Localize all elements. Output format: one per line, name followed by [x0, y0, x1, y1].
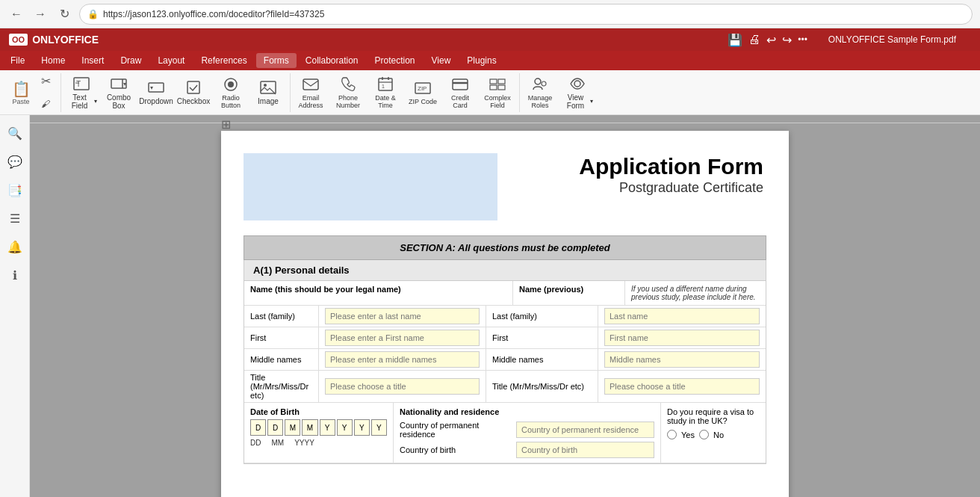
- app-logo: OO ONLYOFFICE: [9, 34, 99, 46]
- dob-y2: Y: [337, 419, 353, 436]
- country-permanent-row: Country of permanent residence: [400, 421, 654, 439]
- dob-y4: Y: [371, 419, 387, 436]
- first-label: First: [244, 327, 319, 348]
- sidebar-bell-icon[interactable]: 🔔: [3, 235, 27, 259]
- dob-y3: Y: [354, 419, 370, 436]
- more-button[interactable]: •••: [798, 34, 807, 45]
- dob-section: Date of Birth D D M M Y Y Y Y DD: [244, 403, 394, 463]
- cut-button[interactable]: ✂: [35, 71, 56, 92]
- menu-draw[interactable]: Draw: [113, 53, 149, 68]
- sidebar-search-icon[interactable]: 🔍: [3, 121, 27, 145]
- complex-field-button[interactable]: Complex Field: [480, 73, 515, 112]
- country-birth-input[interactable]: [516, 442, 654, 458]
- svg-point-12: [264, 84, 267, 87]
- toolbar: 📋 Paste ✂ 🖌 T Text Field▾ ▾ Combo Box ▾ …: [0, 70, 980, 115]
- visa-yes-radio[interactable]: [667, 430, 677, 439]
- forward-button[interactable]: →: [31, 5, 49, 23]
- dob-dd: DD: [250, 439, 261, 447]
- redo-button[interactable]: ↪: [782, 33, 792, 47]
- last-family-label: Last (family): [244, 306, 319, 327]
- print-button[interactable]: 🖨: [748, 33, 760, 46]
- first-name-prev-input[interactable]: [604, 330, 760, 346]
- menu-references[interactable]: References: [193, 53, 254, 68]
- radio-button-button[interactable]: Radio Button: [214, 73, 248, 112]
- document-page: ⊞ Application Form Postgraduate Certific…: [221, 131, 789, 497]
- combo-box-button[interactable]: ▾ Combo Box: [102, 73, 136, 112]
- logo-mark: OO: [9, 34, 28, 46]
- manage-roles-button[interactable]: Manage Roles: [523, 73, 557, 112]
- manage-roles-label: Manage Roles: [524, 94, 556, 109]
- paste-button[interactable]: 📋 Paste: [7, 73, 34, 112]
- svg-text:T: T: [76, 80, 81, 88]
- date-time-label: Date & Time: [370, 94, 401, 109]
- menu-plugins[interactable]: Plugins: [459, 53, 503, 68]
- view-form-label: View Form: [562, 93, 589, 110]
- reload-button[interactable]: ↻: [55, 5, 73, 23]
- menu-protection[interactable]: Protection: [368, 53, 423, 68]
- menu-insert[interactable]: Insert: [74, 53, 111, 68]
- app-titlebar: OO ONLYOFFICE 💾 🖨 ↩ ↪ ••• ONLYOFFICE Sam…: [0, 28, 980, 51]
- last-family-prev-label: Last (family): [486, 306, 598, 327]
- url-bar[interactable]: 🔒 https://jason123.onlyoffice.com/docedi…: [79, 4, 973, 25]
- text-field-button[interactable]: T Text Field▾: [64, 73, 99, 112]
- previous-name-header: Name (previous): [513, 281, 625, 305]
- phone-number-button[interactable]: Phone Number: [331, 73, 365, 112]
- visa-no-radio[interactable]: [699, 430, 709, 439]
- form-fields-group: T Text Field▾ ▾ Combo Box ▾ Dropdown Che…: [61, 73, 288, 112]
- copy-style-button[interactable]: 🖌: [35, 93, 56, 114]
- doc-area[interactable]: ⊞ Application Form Postgraduate Certific…: [30, 115, 980, 497]
- email-address-button[interactable]: Email Address: [294, 73, 328, 112]
- sidebar-list-icon[interactable]: ☰: [3, 206, 27, 230]
- menu-view[interactable]: View: [424, 53, 459, 68]
- zip-code-button[interactable]: ZIP ZIP Code: [406, 73, 440, 112]
- image-button[interactable]: Image: [251, 73, 285, 112]
- view-form-button[interactable]: View Form▾: [560, 73, 595, 112]
- sidebar-nav-icon[interactable]: 📑: [3, 178, 27, 202]
- middle-name-input[interactable]: [325, 351, 480, 368]
- app-title: ONLYOFFICE Sample Form.pdf: [828, 34, 956, 45]
- last-name-input[interactable]: [325, 308, 480, 324]
- menu-collaboration[interactable]: Collaboration: [298, 53, 366, 68]
- menu-layout[interactable]: Layout: [150, 53, 192, 68]
- svg-text:▾: ▾: [150, 84, 153, 91]
- menu-file[interactable]: File: [3, 53, 32, 68]
- menu-forms[interactable]: Forms: [256, 53, 297, 68]
- dob-m2: M: [302, 419, 317, 436]
- dropdown-button[interactable]: ▾ Dropdown: [139, 73, 173, 112]
- clipboard-group: 📋 Paste ✂ 🖌: [4, 71, 59, 114]
- sidebar-info-icon[interactable]: ℹ: [3, 263, 27, 287]
- form-title: Application Form: [497, 153, 763, 180]
- title-input[interactable]: [325, 378, 480, 395]
- save-button[interactable]: 💾: [728, 33, 742, 47]
- middle-names-prev-label: Middle names: [486, 349, 598, 370]
- date-time-button[interactable]: 1 Date & Time: [368, 73, 403, 112]
- title-label: Title (Mr/Mrs/Miss/Dr etc): [244, 371, 319, 402]
- dropdown-label: Dropdown: [139, 97, 173, 105]
- dob-d2: D: [267, 419, 283, 436]
- svg-text:ZIP: ZIP: [418, 85, 427, 92]
- first-prev-label: First: [486, 327, 598, 348]
- last-name-prev-input[interactable]: [604, 308, 760, 324]
- move-handle[interactable]: ⊞: [221, 117, 231, 132]
- svg-point-27: [535, 78, 541, 84]
- visa-question: Do you require a visa to study in the UK…: [667, 407, 760, 425]
- dob-m1: M: [285, 419, 300, 436]
- credit-card-button[interactable]: Credit Card: [443, 73, 477, 112]
- svg-point-10: [228, 81, 234, 87]
- sidebar-comment-icon[interactable]: 💬: [3, 149, 27, 173]
- logo-text: ONLYOFFICE: [32, 34, 99, 46]
- visa-yes-label: Yes: [681, 430, 695, 439]
- credit-card-label: Credit Card: [444, 94, 476, 109]
- image-label: Image: [258, 97, 279, 105]
- undo-button[interactable]: ↩: [766, 33, 776, 47]
- visa-section: Do you require a visa to study in the UK…: [661, 403, 766, 463]
- middle-name-prev-input[interactable]: [604, 351, 760, 368]
- checkbox-button[interactable]: Checkbox: [176, 73, 211, 112]
- country-permanent-label: Country of permanent residence: [400, 421, 512, 439]
- menu-bar: File Home Insert Draw Layout References …: [0, 51, 980, 70]
- country-permanent-input[interactable]: [516, 422, 654, 438]
- back-button[interactable]: ←: [7, 5, 25, 23]
- title-prev-input[interactable]: [604, 378, 760, 395]
- first-name-input[interactable]: [325, 330, 480, 346]
- menu-home[interactable]: Home: [34, 53, 72, 68]
